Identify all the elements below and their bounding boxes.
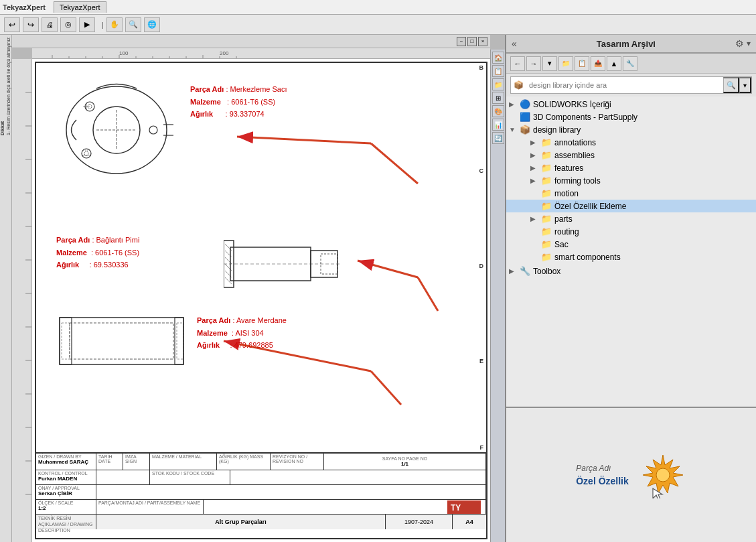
undo-button[interactable]: ↩ bbox=[4, 17, 20, 32]
tree-item-routing[interactable]: 📁 routing bbox=[506, 225, 756, 238]
tree-item-sac[interactable]: 📁 Sac bbox=[506, 238, 756, 251]
app-tab[interactable]: TekyazXpert bbox=[54, 1, 106, 13]
part1-info: Parça Adı : Merkezleme Sacı Malzeme : 60… bbox=[190, 83, 287, 121]
frame-letter-f: F bbox=[480, 444, 484, 451]
tree-item-routing-label: routing bbox=[554, 227, 579, 236]
sidebar-folder-btn[interactable]: 📁 bbox=[492, 78, 504, 90]
tree-item-3d[interactable]: 🟦 3D Components - PartSupply bbox=[506, 111, 756, 123]
toolbar-separator: | bbox=[102, 21, 104, 29]
sidebar-color-btn[interactable]: 🎨 bbox=[492, 105, 504, 117]
panel-collapse-icon[interactable]: « bbox=[512, 38, 517, 49]
tree-item-toolbox[interactable]: ▶ 🔧 Toolbox bbox=[506, 265, 756, 277]
view-button[interactable]: ◎ bbox=[60, 17, 76, 32]
title-bar: TekyazXpert TekyazXpert bbox=[0, 0, 756, 15]
globe-button[interactable]: 🌐 bbox=[144, 17, 160, 32]
panel-toolbar: ← → ▾ 📁 📋 📤 ▲ 🔧 bbox=[506, 54, 756, 74]
tree-item-toolbox-label: Toolbox bbox=[533, 267, 560, 276]
tree-item-ozel-ozellik[interactable]: 📁 Özel Özellik Ekleme bbox=[506, 200, 756, 212]
tree-item-features-label: features bbox=[554, 163, 583, 173]
part2-info: Parça Adı : Bağlantı Pimi Malzeme : 6061… bbox=[56, 234, 139, 271]
part3-drawing bbox=[56, 311, 190, 371]
tree-item-motion[interactable]: 📁 motion bbox=[506, 187, 756, 200]
window-close[interactable]: × bbox=[478, 37, 487, 46]
window-maximize[interactable]: □ bbox=[467, 37, 477, 46]
tree-item-design-library-label: design library bbox=[533, 125, 581, 135]
tree-item-features[interactable]: ▶ 📁 features bbox=[506, 161, 756, 174]
toolbar-upload-btn[interactable]: 📤 bbox=[591, 56, 605, 71]
svg-text:TY: TY bbox=[451, 503, 461, 513]
tree-item-sac-label: Sac bbox=[554, 240, 569, 249]
tree-view: ▶ 🔵 SOLIDWORKS İçeriği 🟦 3D Components -… bbox=[506, 96, 756, 407]
svg-point-33 bbox=[149, 126, 157, 134]
tree-item-assemblies[interactable]: ▶ 📁 assemblies bbox=[506, 149, 756, 161]
preview-label: Parça Adı bbox=[576, 464, 611, 473]
search-button[interactable]: 🔍 bbox=[723, 77, 739, 93]
toolbar-folder-btn[interactable]: 📁 bbox=[558, 56, 573, 71]
drawing-window: − □ × 100 200 bbox=[12, 35, 490, 542]
redo-button[interactable]: ↪ bbox=[23, 17, 39, 32]
tree-item-motion-label: motion bbox=[554, 189, 579, 198]
feature-icon bbox=[639, 452, 686, 498]
search-library-icon: 📦 bbox=[511, 80, 526, 90]
print-button[interactable]: 🖨 bbox=[42, 17, 58, 32]
drawing-frame: B C D E F bbox=[35, 62, 487, 539]
tree-item-ozel-ozellik-label: Özel Özellik Ekleme bbox=[554, 202, 626, 211]
search-bar: 📦 🔍 ▾ bbox=[510, 76, 752, 94]
tree-item-parts-label: parts bbox=[554, 214, 573, 224]
toolbar-clip-btn[interactable]: 📋 bbox=[575, 56, 589, 71]
tree-item-solidworks-label: SOLIDWORKS İçeriği bbox=[533, 100, 611, 109]
svg-line-59 bbox=[371, 143, 418, 184]
svg-point-32 bbox=[84, 151, 88, 155]
toolbar-fwd-btn[interactable]: → bbox=[526, 56, 541, 71]
ruler-horizontal: 100 200 bbox=[32, 48, 490, 59]
sidebar-home-btn[interactable]: 🏠 bbox=[492, 52, 504, 64]
svg-line-63 bbox=[371, 371, 401, 405]
svg-line-61 bbox=[418, 277, 438, 311]
drawing-paper: B C D E F bbox=[32, 59, 490, 542]
window-minimize[interactable]: − bbox=[457, 37, 466, 46]
tree-item-solidworks[interactable]: ▶ 🔵 SOLIDWORKS İçeriği bbox=[506, 98, 756, 111]
svg-rect-51 bbox=[60, 318, 183, 364]
toolbar-back-btn[interactable]: ← bbox=[510, 56, 525, 71]
toolbar-up-btn[interactable]: ▲ bbox=[607, 56, 621, 71]
zoom-button[interactable]: 🔍 bbox=[125, 17, 141, 32]
panel-title: Tasarım Arşivi bbox=[517, 39, 735, 49]
sidebar-refresh-btn[interactable]: 🔄 bbox=[492, 132, 504, 144]
tree-item-annotations-label: annotations bbox=[554, 138, 596, 147]
panel-header: « Tasarım Arşivi ⚙ ▾ bbox=[506, 35, 756, 54]
svg-rect-52 bbox=[70, 323, 173, 359]
tree-item-annotations[interactable]: ▶ 📁 annotations bbox=[506, 136, 756, 149]
preview-icon-area bbox=[639, 452, 686, 498]
title-block: GİZEN / DRAWN BY Muhammed SARAÇ TARİH DA… bbox=[36, 452, 486, 538]
app-title: TekyazXpert bbox=[3, 3, 46, 11]
svg-line-58 bbox=[237, 137, 371, 143]
panel-menu-icon[interactable]: ▾ bbox=[747, 39, 751, 48]
drawing-area: Dikkat 1- Resim üzerinden ölçü aleti ile… bbox=[0, 35, 505, 542]
dikkat-sidebar: Dikkat 1- Resim üzerinden ölçü aleti ile… bbox=[0, 35, 12, 542]
panel-settings-icon[interactable]: ⚙ bbox=[735, 38, 744, 49]
settings-button[interactable]: ▶ bbox=[79, 17, 95, 32]
tree-item-forming-tools[interactable]: ▶ 📁 forming tools bbox=[506, 174, 756, 187]
toolbar-tool-btn[interactable]: 🔧 bbox=[623, 56, 637, 71]
tree-item-smart-components[interactable]: 📁 smart components bbox=[506, 251, 756, 263]
tree-item-parts[interactable]: ▶ 📁 parts bbox=[506, 212, 756, 225]
part3-info: Parça Adı : Avare Merdane Malzeme : AISI… bbox=[197, 314, 287, 352]
toolbar-down-btn[interactable]: ▾ bbox=[542, 56, 557, 71]
frame-letter-c: C bbox=[479, 167, 484, 174]
tree-item-smart-components-label: smart components bbox=[554, 253, 621, 262]
tree-item-assemblies-label: assemblies bbox=[554, 151, 595, 160]
sidebar-table-btn[interactable]: 📊 bbox=[492, 119, 504, 131]
dikkat-text: Dikkat 1- Resim üzerinden ölçü aleti ile… bbox=[0, 35, 12, 138]
right-panel: « Tasarım Arşivi ⚙ ▾ ← → ▾ 📁 📋 📤 ▲ 🔧 bbox=[505, 35, 756, 542]
preview-area: Parça Adı Özel Özellik bbox=[506, 408, 756, 542]
search-input[interactable] bbox=[526, 79, 723, 91]
sidebar-grid-btn[interactable]: ⊞ bbox=[492, 92, 504, 104]
drawing-titlebar: − □ × bbox=[12, 35, 490, 48]
pan-button[interactable]: ✋ bbox=[106, 17, 123, 32]
sidebar-layers-btn[interactable]: 📋 bbox=[492, 65, 504, 77]
svg-rect-55 bbox=[175, 318, 183, 364]
frame-letter-b: B bbox=[479, 64, 484, 71]
tree-item-design-library[interactable]: ▼ 📦 design library bbox=[506, 123, 756, 136]
drawing-sidebar-icons: 🏠 📋 📁 ⊞ 🎨 📊 🔄 bbox=[490, 50, 505, 542]
search-dropdown-btn[interactable]: ▾ bbox=[739, 77, 751, 93]
